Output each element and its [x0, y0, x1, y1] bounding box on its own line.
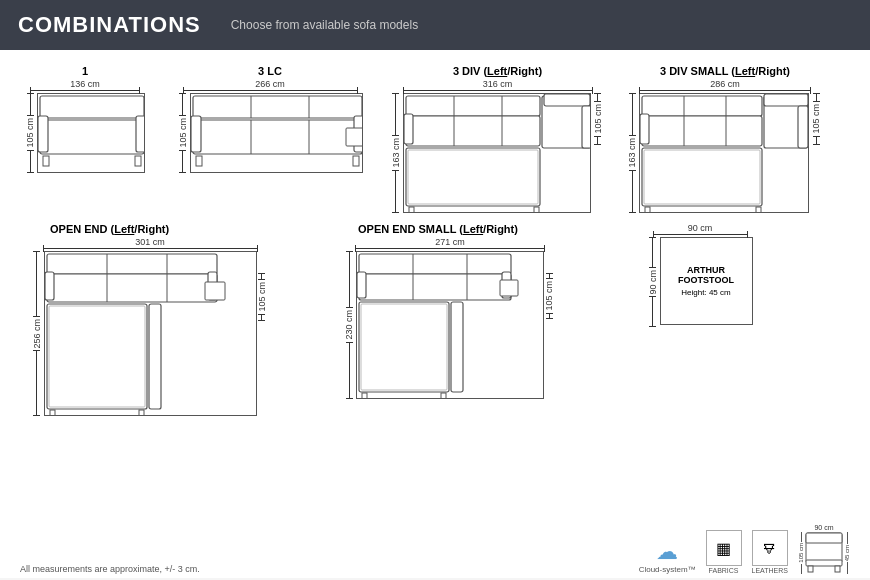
svg-rect-1 [40, 120, 144, 154]
footstool-name: ARTHUR FOOTSTOOL [661, 265, 752, 285]
leathers-icon: 🜃 [752, 530, 788, 566]
svg-rect-40 [764, 94, 808, 106]
sofa-3lc-width: 266 cm [255, 79, 285, 89]
svg-rect-31 [534, 207, 539, 213]
sofa-openend-svg [44, 251, 257, 416]
svg-rect-25 [544, 94, 590, 106]
svg-rect-6 [193, 96, 362, 118]
sofa-openend-width: 301 cm [135, 237, 165, 247]
cloud-system-badge: ☁ Cloud-system™ [639, 539, 696, 574]
sofa-row-1: 1 136 cm 105 cm [20, 65, 850, 213]
svg-rect-16 [353, 156, 359, 166]
svg-rect-0 [40, 96, 144, 118]
svg-rect-60 [359, 254, 511, 274]
svg-rect-70 [451, 302, 463, 392]
svg-rect-49 [47, 274, 217, 302]
svg-rect-71 [500, 280, 518, 296]
sofa-openend: OPEN END (Left/Right) 301 cm 256 cm [20, 223, 280, 416]
fabrics-icon: ▦ [706, 530, 742, 566]
svg-rect-32 [642, 96, 762, 116]
sofa-3div-label: 3 DIV (Left/Right) [453, 65, 542, 77]
fabrics-label: FABRICS [709, 567, 739, 574]
svg-rect-77 [808, 566, 813, 572]
svg-rect-63 [359, 274, 511, 300]
leathers-badge: 🜃 LEATHERS [752, 530, 788, 574]
footer: All measurements are approximate, +/- 3 … [20, 524, 850, 574]
svg-rect-15 [196, 156, 202, 166]
svg-rect-2 [38, 116, 48, 152]
sofa-3div-small: 3 DIV SMALL (Left/Right) 286 cm 163 cm [620, 65, 830, 213]
svg-rect-5 [135, 156, 141, 166]
header-subtitle: Choose from available sofa models [231, 18, 418, 32]
sofa-openend-small-label: OPEN END SMALL (Left/Right) [358, 223, 518, 235]
svg-rect-45 [756, 207, 761, 213]
svg-rect-20 [406, 116, 540, 146]
sofa-3div-small-label: 3 DIV SMALL (Left/Right) [660, 65, 790, 77]
footer-right: ☁ Cloud-system™ ▦ FABRICS 🜃 LEATHERS 90 … [639, 524, 850, 574]
svg-rect-30 [409, 207, 414, 213]
svg-rect-38 [640, 114, 649, 144]
sofa-1: 1 136 cm 105 cm [20, 65, 150, 173]
svg-rect-17 [406, 96, 540, 116]
small-sofa-icon [805, 532, 843, 574]
svg-rect-12 [191, 116, 201, 152]
sofa-3div-small-width: 286 cm [710, 79, 740, 89]
page-title: COMBINATIONS [18, 12, 201, 38]
svg-rect-35 [642, 116, 762, 146]
svg-rect-44 [645, 207, 650, 213]
sofa-3lc-svg [190, 93, 363, 173]
svg-rect-52 [45, 272, 54, 300]
sofa-openend-small: OPEN END SMALL (Left/Right) 271 cm 230 c… [330, 223, 570, 399]
footstool-height: Height: 45 cm [681, 288, 730, 297]
footstool-block: 90 cm 90 cm ARTHUR FOOTSTOOL Height: 45 … [615, 223, 785, 327]
svg-rect-54 [47, 304, 147, 409]
fabrics-badge: ▦ FABRICS [706, 530, 742, 574]
svg-rect-76 [806, 560, 842, 566]
sofa-openend-small-svg [356, 251, 544, 399]
svg-rect-78 [835, 566, 840, 572]
svg-rect-4 [43, 156, 49, 166]
sofa-3lc: 3 LC 266 cm 105 cm [170, 65, 370, 173]
sofa-3div-svg: 105 cm [403, 93, 591, 213]
svg-rect-27 [406, 148, 540, 206]
sofa-1-width: 136 cm [70, 79, 100, 89]
svg-rect-23 [404, 114, 413, 144]
svg-rect-9 [193, 120, 362, 154]
svg-rect-72 [362, 393, 367, 399]
cloud-label: Cloud-system™ [639, 565, 696, 574]
footer-note: All measurements are approximate, +/- 3 … [20, 564, 200, 574]
svg-rect-56 [149, 304, 161, 409]
leathers-label: LEATHERS [752, 567, 788, 574]
svg-rect-41 [798, 106, 808, 148]
svg-rect-42 [642, 148, 762, 206]
svg-rect-73 [441, 393, 446, 399]
svg-rect-3 [136, 116, 145, 152]
svg-rect-66 [357, 272, 366, 298]
sofa-openend-label: OPEN END (Left/Right) [50, 223, 169, 235]
svg-rect-75 [806, 533, 842, 543]
sofa-3div-small-svg [639, 93, 809, 213]
sofa-3lc-label: 3 LC [258, 65, 282, 77]
cloud-icon: ☁ [656, 539, 678, 565]
svg-rect-57 [205, 282, 225, 300]
svg-rect-68 [359, 302, 449, 392]
small-sofa-side-view: 90 cm 105 cm [798, 524, 850, 574]
sofa-3div-width: 316 cm [483, 79, 513, 89]
sofa-1-svg [37, 93, 145, 173]
main-content: 1 136 cm 105 cm [0, 50, 870, 578]
svg-rect-59 [139, 410, 144, 416]
sofa-3div: 3 DIV (Left/Right) 316 cm 163 cm [390, 65, 605, 213]
svg-rect-46 [47, 254, 217, 274]
footstool-width: 90 cm [688, 223, 713, 233]
svg-rect-58 [50, 410, 55, 416]
sofa-row-2: OPEN END (Left/Right) 301 cm 256 cm [20, 223, 850, 416]
header: COMBINATIONS Choose from available sofa … [0, 0, 870, 50]
sofa-1-label: 1 [82, 65, 88, 77]
sofa-openend-small-width: 271 cm [435, 237, 465, 247]
svg-rect-14 [346, 128, 363, 146]
svg-rect-26 [582, 106, 591, 148]
